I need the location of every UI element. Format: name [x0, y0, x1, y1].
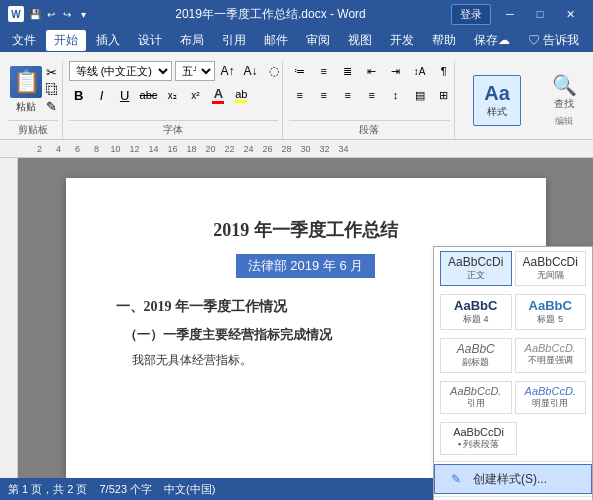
font-row-2: B I U abc x₂ x² A ab: [69, 85, 252, 105]
para-row-2: ≡ ≡ ≡ ≡ ↕ ▤ ⊞: [289, 85, 455, 105]
login-button[interactable]: 登录: [451, 4, 491, 25]
sort-button[interactable]: ↕A: [409, 61, 431, 81]
bullet-list-button[interactable]: ≔: [289, 61, 311, 81]
style-biaoti5[interactable]: AaBbC 标题 5: [515, 294, 587, 330]
align-center-button[interactable]: ≡: [313, 85, 335, 105]
strikethrough-button[interactable]: abc: [138, 85, 160, 105]
menu-item-save-cloud[interactable]: 保存☁: [466, 30, 518, 51]
line-spacing-button[interactable]: ↕: [385, 85, 407, 105]
undo-btn[interactable]: ↩: [44, 7, 58, 21]
paste-icon: 📋: [10, 66, 42, 98]
underline-button[interactable]: U: [115, 85, 135, 105]
language: 中文(中国): [164, 482, 215, 497]
style-yinyong[interactable]: AaBbCcD. 引用: [440, 381, 512, 414]
style-yinyong-label: 引用: [444, 397, 508, 410]
menu-item-insert[interactable]: 插入: [88, 30, 128, 51]
menu-item-home[interactable]: 开始: [46, 30, 86, 51]
font-color-button[interactable]: A: [208, 85, 228, 105]
customize-btn[interactable]: ▾: [76, 7, 90, 21]
ruler-mark: 20: [201, 144, 220, 154]
styles-dropdown: AaBbCcDi 正文 AaBbCcDi 无间隔 AaBbC 标题 4 AaBb…: [433, 246, 593, 500]
document-title: 2019 年一季度工作总结: [116, 218, 496, 242]
bold-button[interactable]: B: [69, 85, 89, 105]
superscript-button[interactable]: x²: [185, 85, 205, 105]
styles-row-1: AaBbCcDi 正文 AaBbCcDi 无间隔: [434, 247, 592, 290]
search-button[interactable]: 🔍 查找: [552, 73, 577, 111]
show-marks-button[interactable]: ¶: [433, 61, 455, 81]
page-count: 第 1 页，共 2 页: [8, 482, 87, 497]
menu-item-view[interactable]: 视图: [340, 30, 380, 51]
menu-item-mailings[interactable]: 邮件: [256, 30, 296, 51]
search-icon: 🔍: [552, 73, 577, 97]
styles-row-2: AaBbC 标题 4 AaBbC 标题 5: [434, 290, 592, 334]
style-wujiange[interactable]: AaBbCcDi 无间隔: [515, 251, 587, 286]
cut-button[interactable]: ✂: [46, 65, 59, 80]
close-button[interactable]: ✕: [555, 0, 585, 28]
format-painter-button[interactable]: ✎: [46, 99, 59, 114]
styles-button[interactable]: Aa 样式: [473, 75, 521, 126]
border-button[interactable]: ⊞: [433, 85, 455, 105]
font-grow-button[interactable]: A↑: [218, 61, 238, 81]
menu-item-design[interactable]: 设计: [130, 30, 170, 51]
align-right-button[interactable]: ≡: [337, 85, 359, 105]
paste-label: 粘贴: [16, 100, 36, 114]
number-list-button[interactable]: ≡: [313, 61, 335, 81]
increase-indent-button[interactable]: ⇥: [385, 61, 407, 81]
font-row-1: 等线 (中文正文) 五号 A↑ A↓ ◌: [69, 61, 284, 81]
style-bumingxian[interactable]: AaBbCcD. 不明显强调: [515, 338, 587, 373]
style-wujiange-label: 无间隔: [519, 269, 583, 282]
ruler: 2 4 6 8 10 12 14 16 18 20 22 24 26 28 30…: [0, 140, 593, 158]
save-quick-btn[interactable]: 💾: [28, 7, 42, 21]
style-liebiao-preview: AaBbCcDi: [444, 426, 513, 438]
style-biaoti5-preview: AaBbC: [519, 298, 583, 313]
minimize-button[interactable]: ─: [495, 0, 525, 28]
multilevel-list-button[interactable]: ≣: [337, 61, 359, 81]
justify-button[interactable]: ≡: [361, 85, 383, 105]
font-name-select[interactable]: 等线 (中文正文): [69, 61, 172, 81]
ruler-mark: 2: [30, 144, 49, 154]
edit-group: 🔍 查找 编辑: [539, 61, 589, 139]
style-zhengwen-label: 正文: [444, 269, 508, 282]
copy-button[interactable]: ⿻: [46, 82, 59, 97]
ruler-marks: 2 4 6 8 10 12 14 16 18 20 22 24 26 28 30…: [30, 144, 353, 154]
menu-item-share[interactable]: ♡ 共享: [589, 30, 593, 51]
dropdown-divider-2: [434, 496, 592, 497]
font-group: 等线 (中文正文) 五号 A↑ A↓ ◌ B I U abc x₂ x² A: [65, 61, 283, 139]
title-bar-controls: 💾 ↩ ↪ ▾: [28, 7, 90, 21]
subscript-button[interactable]: x₂: [162, 85, 182, 105]
align-left-button[interactable]: ≡: [289, 85, 311, 105]
left-ruler: [0, 158, 18, 478]
style-zhengwen[interactable]: AaBbCcDi 正文: [440, 251, 512, 286]
menu-item-layout[interactable]: 布局: [172, 30, 212, 51]
create-style-item[interactable]: ✎ 创建样式(S)...: [434, 464, 592, 494]
paragraph-group: ≔ ≡ ≣ ⇤ ⇥ ↕A ¶ ≡ ≡ ≡ ≡ ↕ ▤ ⊞ 段落: [285, 61, 455, 139]
menu-item-references[interactable]: 引用: [214, 30, 254, 51]
shading-button[interactable]: ▤: [409, 85, 431, 105]
menu-item-file[interactable]: 文件: [4, 30, 44, 51]
menu-item-developer[interactable]: 开发: [382, 30, 422, 51]
style-zhengwen-preview: AaBbCcDi: [444, 255, 508, 269]
redo-btn[interactable]: ↪: [60, 7, 74, 21]
styles-row-5: AaBbCcDi ▪ 列表段落: [434, 418, 592, 459]
ruler-mark: 14: [144, 144, 163, 154]
font-shrink-button[interactable]: A↓: [241, 61, 261, 81]
style-fubiaoti-label: 副标题: [444, 356, 508, 369]
paste-button[interactable]: 📋 粘贴: [8, 64, 44, 116]
style-fubiaoti[interactable]: AaBbC 副标题: [440, 338, 512, 373]
italic-button[interactable]: I: [92, 85, 112, 105]
ruler-mark: 12: [125, 144, 144, 154]
menu-item-review[interactable]: 审阅: [298, 30, 338, 51]
style-mingxian[interactable]: AaBbCcD. 明显引用: [515, 381, 587, 414]
font-size-select[interactable]: 五号: [175, 61, 215, 81]
ruler-mark: 30: [296, 144, 315, 154]
style-liebiao[interactable]: AaBbCcDi ▪ 列表段落: [440, 422, 517, 455]
menu-item-tell-me[interactable]: ♡ 告诉我: [520, 30, 587, 51]
highlight-button[interactable]: ab: [231, 85, 251, 105]
clear-format-button[interactable]: ◌: [264, 61, 284, 81]
style-mingxian-label: 明显引用: [519, 397, 583, 410]
decrease-indent-button[interactable]: ⇤: [361, 61, 383, 81]
ruler-mark: 22: [220, 144, 239, 154]
style-biaoti4[interactable]: AaBbC 标题 4: [440, 294, 512, 330]
maximize-button[interactable]: □: [525, 0, 555, 28]
menu-item-help[interactable]: 帮助: [424, 30, 464, 51]
